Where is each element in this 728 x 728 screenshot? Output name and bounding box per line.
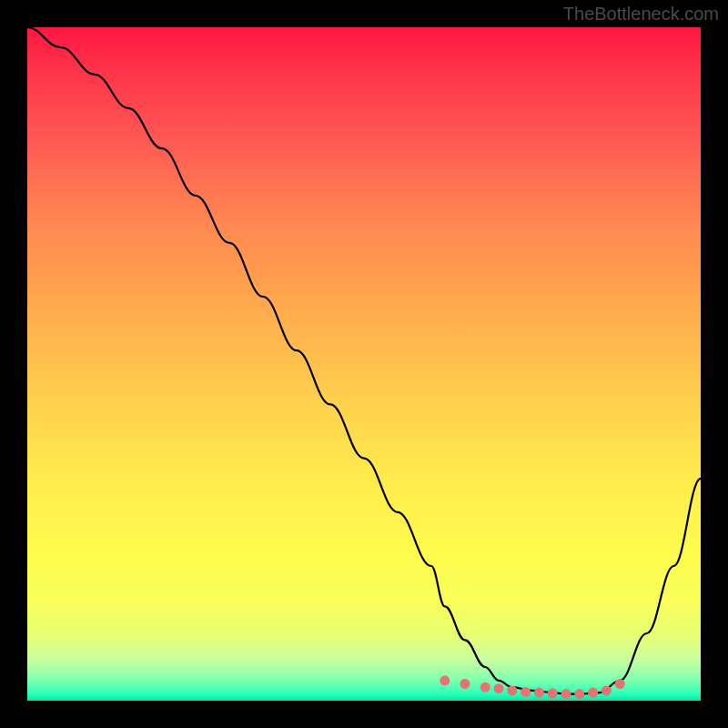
marker-dot [494,683,504,693]
marker-dot [534,688,544,698]
marker-dot [440,675,450,685]
watermark-text: TheBottleneck.com [563,4,719,25]
marker-dot [615,679,625,689]
optimal-range-dots [440,675,624,699]
marker-dot [548,688,558,698]
bottleneck-curve [27,27,701,694]
marker-dot [574,689,584,699]
chart-container: TheBottleneck.com [0,0,728,728]
plot-area [27,27,701,701]
curve-svg [27,27,701,701]
marker-dot [480,682,490,693]
marker-dot [561,689,571,699]
marker-dot [602,685,612,695]
marker-dot [521,687,531,697]
marker-dot [588,688,598,698]
marker-dot [507,685,517,695]
marker-dot [460,679,470,689]
